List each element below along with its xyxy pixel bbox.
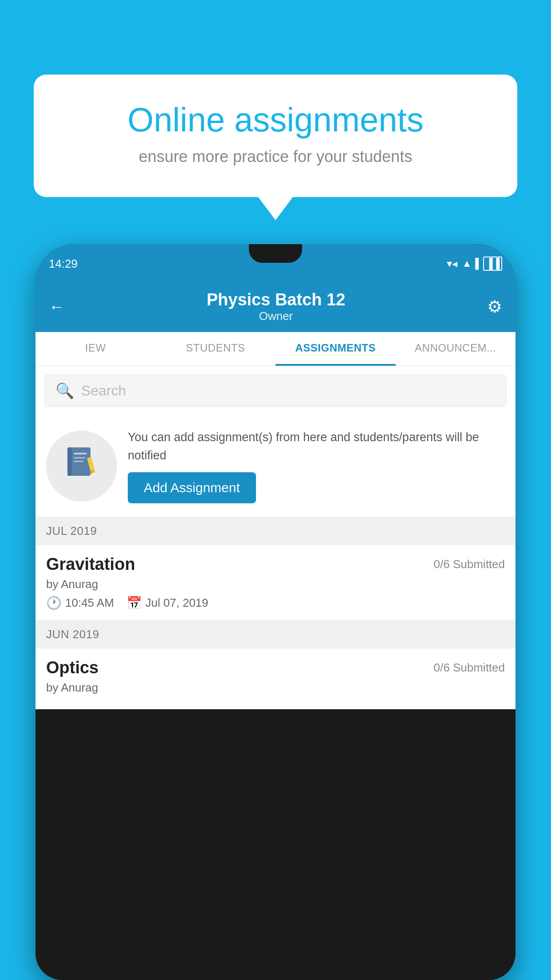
assignment-item-optics[interactable]: Optics 0/6 Submitted by Anurag	[35, 648, 516, 709]
tab-announcements[interactable]: ANNOUNCEM...	[396, 332, 516, 366]
assignment-meta-gravitation: by Anurag	[46, 577, 505, 591]
add-assignment-button[interactable]: Add Assignment	[128, 472, 256, 503]
section-header-jul: JUL 2019	[35, 517, 516, 545]
promo-icon-circle	[46, 431, 117, 502]
search-bar[interactable]: 🔍 Search	[44, 374, 507, 407]
speech-bubble-title: Online assignments	[69, 101, 482, 138]
by-author-optics: by Anurag	[46, 681, 98, 695]
app-header: ← Physics Batch 12 Owner ⚙	[35, 283, 516, 332]
back-button[interactable]: ←	[49, 297, 65, 316]
assignment-name-gravitation: Gravitation	[46, 555, 135, 574]
header-center: Physics Batch 12 Owner	[207, 290, 346, 323]
svg-rect-3	[74, 457, 85, 458]
assignment-item-top-optics: Optics 0/6 Submitted	[46, 658, 505, 677]
header-subtitle: Owner	[207, 309, 346, 323]
svg-rect-4	[74, 461, 83, 462]
settings-icon[interactable]: ⚙	[487, 297, 502, 316]
svg-rect-1	[67, 447, 72, 476]
assignment-time-gravitation: 10:45 AM	[65, 596, 114, 610]
signal-icon: ▲▐	[462, 258, 478, 269]
status-bar: 14:29 ▾◂ ▲▐ ▐▐	[35, 244, 516, 283]
header-title: Physics Batch 12	[207, 290, 346, 309]
svg-rect-2	[74, 453, 87, 454]
search-placeholder: Search	[81, 383, 126, 399]
tabs-bar: IEW STUDENTS ASSIGNMENTS ANNOUNCEM...	[35, 332, 516, 366]
assignment-date-gravitation: Jul 07, 2019	[146, 596, 209, 610]
tab-iew[interactable]: IEW	[35, 332, 156, 366]
promo-card: You can add assignment(s) from here and …	[35, 415, 516, 517]
phone-frame: 14:29 ▾◂ ▲▐ ▐▐ ← Physics Batch 12 Owner …	[35, 244, 516, 980]
calendar-icon: 📅	[126, 596, 142, 610]
notebook-icon	[64, 445, 99, 487]
speech-bubble: Online assignments ensure more practice …	[34, 75, 517, 197]
by-author-gravitation: by Anurag	[46, 577, 98, 591]
speech-bubble-container: Online assignments ensure more practice …	[34, 75, 517, 197]
assignment-meta-optics: by Anurag	[46, 681, 505, 695]
date-detail: 📅 Jul 07, 2019	[126, 596, 209, 610]
battery-icon: ▐▐	[483, 257, 502, 271]
wifi-icon: ▾◂	[447, 257, 457, 270]
tab-assignments[interactable]: ASSIGNMENTS	[276, 332, 396, 366]
assignment-details-gravitation: 🕐 10:45 AM 📅 Jul 07, 2019	[46, 596, 505, 610]
phone-notch	[249, 244, 302, 263]
status-icons: ▾◂ ▲▐ ▐▐	[447, 257, 502, 271]
assignment-name-optics: Optics	[46, 658, 98, 677]
search-bar-wrapper: 🔍 Search	[35, 366, 516, 415]
assignment-submitted-gravitation: 0/6 Submitted	[434, 557, 505, 571]
speech-bubble-subtitle: ensure more practice for your students	[69, 147, 482, 166]
promo-description: You can add assignment(s) from here and …	[128, 428, 505, 464]
promo-text-area: You can add assignment(s) from here and …	[128, 428, 505, 503]
clock-icon: 🕐	[46, 596, 62, 610]
section-header-jun: JUN 2019	[35, 620, 516, 648]
phone-content: 🔍 Search	[35, 366, 516, 709]
search-icon: 🔍	[55, 382, 74, 399]
assignment-item-top: Gravitation 0/6 Submitted	[46, 555, 505, 574]
status-time: 14:29	[49, 257, 78, 271]
assignment-submitted-optics: 0/6 Submitted	[434, 661, 505, 675]
time-detail: 🕐 10:45 AM	[46, 596, 114, 610]
assignment-item-gravitation[interactable]: Gravitation 0/6 Submitted by Anurag 🕐 10…	[35, 545, 516, 620]
tab-students[interactable]: STUDENTS	[156, 332, 276, 366]
